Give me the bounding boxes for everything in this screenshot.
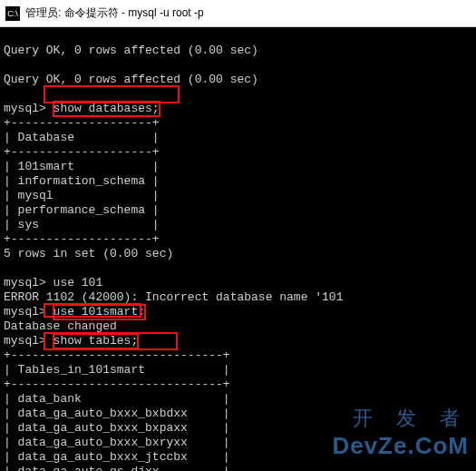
prompt: mysql> — [4, 305, 53, 319]
highlighted-command: use 101smart; — [53, 305, 145, 319]
output-line: | data_ga_auto_bxxx_bxryxx | — [4, 436, 230, 449]
output-line: | data_ga_auto_bxxx_bxbdxx | — [4, 407, 230, 420]
highlight-box — [44, 85, 180, 103]
prompt: mysql> — [4, 334, 53, 348]
output-line: mysql> use 101 — [4, 276, 102, 289]
window-titlebar: C:\ 管理员: 命令提示符 - mysql -u root -p — [0, 0, 476, 27]
output-line: | 101smart | — [4, 160, 160, 173]
output-line: Database changed — [4, 319, 117, 333]
output-line: | information_schema | — [4, 174, 160, 188]
output-line: +------------------------------+ — [4, 378, 230, 391]
output-line: 5 rows in set (0.00 sec) — [4, 247, 173, 260]
output-line: ERROR 1102 (42000): Incorrect database n… — [4, 290, 343, 304]
output-line: +--------------------+ — [4, 116, 160, 130]
prompt: mysql> — [4, 102, 53, 115]
highlighted-command: show tables; — [53, 334, 139, 348]
highlighted-command: show databases; — [53, 102, 160, 116]
output-line: | Database | — [4, 131, 160, 144]
output-line: | data_ga_auto_gs_djxx | — [4, 465, 230, 471]
output-line: Query OK, 0 rows affected (0.00 sec) — [4, 73, 258, 86]
output-line: Query OK, 0 rows affected (0.00 sec) — [4, 44, 258, 57]
terminal-icon: C:\ — [5, 6, 20, 21]
output-line: | data_ga_auto_bxxx_bxpaxx | — [4, 421, 230, 435]
output-line: | mysql | — [4, 189, 160, 202]
output-line: | data_bank | — [4, 392, 230, 406]
output-line: +------------------------------+ — [4, 348, 230, 362]
output-line: | sys | — [4, 218, 160, 231]
window-title: 管理员: 命令提示符 - mysql -u root -p — [25, 5, 204, 21]
output-line: | data_ga_auto_bxxx_jtccbx | — [4, 450, 230, 464]
output-line: | performance_schema | — [4, 203, 160, 217]
terminal-output[interactable]: Query OK, 0 rows affected (0.00 sec) Que… — [0, 27, 476, 471]
output-line: +--------------------+ — [4, 145, 160, 159]
output-line: | Tables_in_101smart | — [4, 363, 230, 377]
output-line: +--------------------+ — [4, 232, 160, 246]
